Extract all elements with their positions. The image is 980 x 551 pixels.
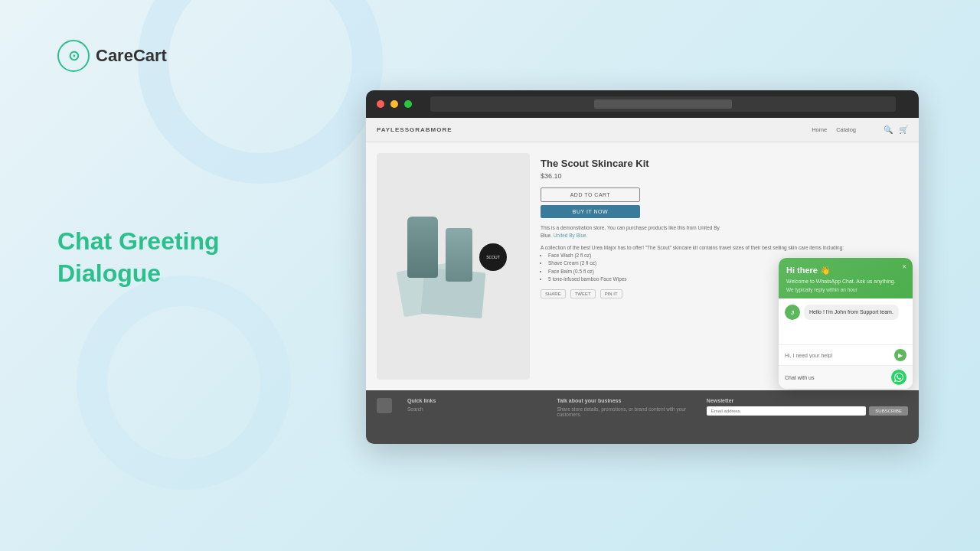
nav-catalog[interactable]: Catalog (836, 126, 856, 133)
chat-close-button[interactable]: × (902, 262, 906, 271)
chat-header-subtitle: Welcome to WhatsApp Chat. Ask us anythin… (786, 278, 905, 285)
footer-search-link[interactable]: Search (407, 406, 541, 412)
chat-bubble: Hello ! I'm John from Support team. (804, 305, 899, 320)
share-twitter[interactable]: TWEET (570, 289, 596, 298)
product-price: $36.10 (541, 172, 908, 180)
store-brand: PAYLESSGRABMORE (377, 126, 452, 133)
buy-now-button[interactable]: BUY IT NOW (541, 205, 640, 218)
chat-input[interactable] (785, 353, 891, 358)
browser-url-bar (430, 96, 896, 112)
label-line2: Dialogue (57, 258, 220, 290)
chat-agent-avatar: J (785, 305, 800, 320)
footer-about: Talk about your business Share store det… (557, 398, 691, 417)
footer-newsletter: Newsletter SUBSCRIBE (707, 398, 908, 416)
product-bottle-1 (407, 217, 438, 278)
footer-newsletter-form: SUBSCRIBE (707, 406, 908, 416)
send-icon: ▶ (898, 352, 903, 359)
logo-area: ⊙ CareCart (57, 40, 167, 72)
chat-send-button[interactable]: ▶ (894, 349, 906, 361)
store-footer: Quick links Search Talk about your busin… (366, 390, 919, 444)
footer-quick-links: Quick links Search (407, 398, 541, 412)
chat-header: Hi there 👋 Welcome to WhatsApp Chat. Ask… (779, 258, 913, 298)
footer-shopify-icon (377, 398, 392, 413)
cart-icon[interactable]: 🛒 (899, 126, 908, 134)
chat-with-us-label: Chat with us (785, 375, 815, 380)
chat-input-area: ▶ (779, 344, 913, 365)
add-to-cart-button[interactable]: ADD TO CART (541, 187, 640, 202)
browser-window: PAYLESSGRABMORE Home Catalog 🔍 🛒 SCOUT (366, 90, 919, 444)
browser-chrome (366, 90, 919, 118)
whatsapp-icon[interactable] (891, 370, 906, 385)
search-icon[interactable]: 🔍 (884, 126, 893, 134)
nav-home[interactable]: Home (812, 126, 827, 133)
logo-text: CareCart (96, 46, 167, 66)
store-nav-links: Home Catalog (812, 126, 856, 133)
product-badge: SCOUT (479, 243, 507, 271)
email-input[interactable] (707, 406, 866, 416)
logo-icon: ⊙ (57, 40, 90, 72)
brand-link[interactable]: United By Blue. (554, 233, 588, 238)
chat-message: J Hello ! I'm John from Support team. (785, 305, 906, 320)
product-image-area: SCOUT (377, 153, 530, 380)
chat-footer: Chat with us (779, 365, 913, 389)
share-facebook[interactable]: SHARE (541, 289, 566, 298)
chat-body: J Hello ! I'm John from Support team. (779, 298, 913, 344)
store-content: PAYLESSGRABMORE Home Catalog 🔍 🛒 SCOUT (366, 118, 919, 444)
bg-circle-1 (138, 0, 383, 184)
bg-circle-2 (77, 276, 291, 490)
store-nav-icons: 🔍 🛒 (884, 126, 908, 134)
share-pinterest[interactable]: PIN IT (600, 289, 622, 298)
product-title: The Scout Skincare Kit (541, 158, 908, 169)
product-description: This is a demonstration store. You can p… (541, 224, 724, 240)
left-label: Chat Greeting Dialogue (57, 226, 220, 289)
url-bar-fill (594, 99, 732, 109)
subscribe-button[interactable]: SUBSCRIBE (869, 406, 908, 416)
footer-quick-links-title: Quick links (407, 398, 541, 403)
footer-about-title: Talk about your business (557, 398, 691, 403)
dot-green-dot (404, 100, 412, 108)
store-nav: PAYLESSGRABMORE Home Catalog 🔍 🛒 (366, 118, 919, 142)
footer-newsletter-title: Newsletter (707, 398, 908, 403)
dot-yellow (390, 100, 398, 108)
product-visual: SCOUT (392, 205, 514, 328)
product-bottle-2 (446, 228, 472, 282)
dot-red (377, 100, 384, 108)
chat-header-reply: We typically reply within an hour (786, 287, 905, 292)
chat-header-title: Hi there 👋 (786, 266, 905, 276)
chat-widget: Hi there 👋 Welcome to WhatsApp Chat. Ask… (779, 258, 913, 389)
label-line1: Chat Greeting (57, 226, 220, 258)
footer-about-desc: Share store details, promotions, or bran… (557, 406, 691, 417)
